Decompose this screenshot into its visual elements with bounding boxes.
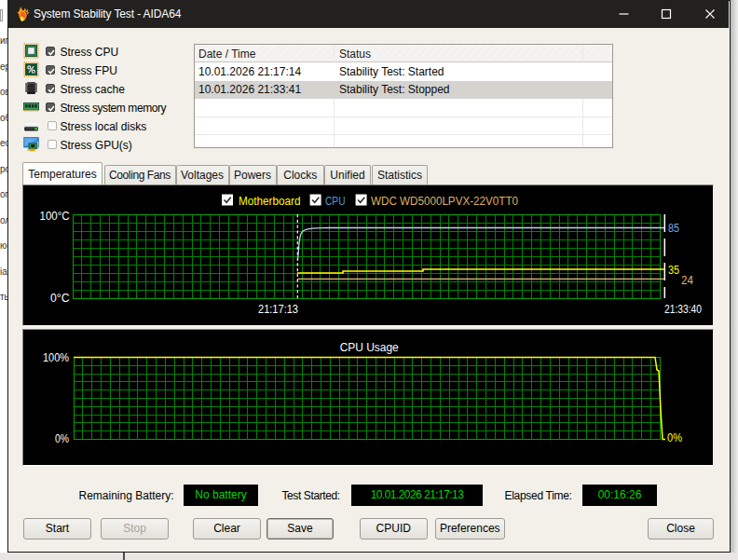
svg-text:85: 85 [668, 222, 679, 235]
svg-text:WDC WD5000LPVX-22V0TT0: WDC WD5000LPVX-22V0TT0 [371, 195, 518, 208]
svg-text:Motherboard: Motherboard [239, 195, 301, 208]
svg-text:100°C: 100°C [40, 210, 70, 223]
svg-text:24: 24 [681, 274, 693, 287]
svg-text:CPU: CPU [325, 195, 346, 208]
svg-text:100%: 100% [43, 351, 69, 364]
svg-text:0%: 0% [667, 431, 682, 444]
svg-text:0°C: 0°C [50, 292, 70, 305]
svg-text:21:33:40: 21:33:40 [664, 303, 702, 316]
svg-text:0%: 0% [55, 432, 69, 445]
svg-text:35: 35 [668, 264, 679, 277]
svg-text:21:17:13: 21:17:13 [258, 303, 298, 316]
svg-text:CPU Usage: CPU Usage [340, 341, 399, 354]
